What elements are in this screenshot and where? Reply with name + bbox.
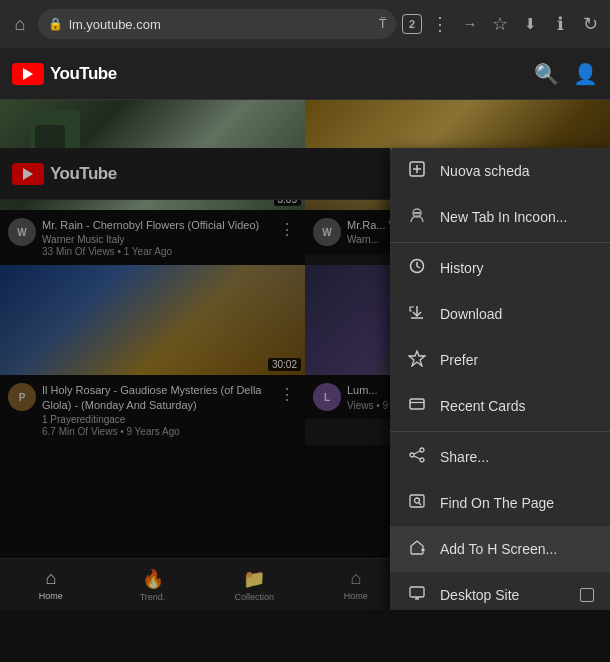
forward-icon[interactable]: → (458, 16, 482, 32)
account-icon[interactable]: 👤 (573, 62, 598, 86)
svg-rect-21 (410, 587, 424, 597)
content-area: 3:05 W Mr. Rain - Chernobyl Flowers (Off… (0, 100, 610, 610)
incognito-label: New Tab In Incoon... (440, 209, 594, 225)
desktop-icon (406, 584, 428, 606)
menu-divider-1 (390, 242, 610, 243)
menu-item-desktop[interactable]: Desktop Site (390, 572, 610, 610)
svg-line-17 (419, 503, 421, 505)
tab-count[interactable]: 2 (402, 14, 422, 34)
menu-item-recent-cards[interactable]: Recent Cards (390, 383, 610, 429)
yt-logo-icon (12, 63, 44, 85)
svg-rect-8 (410, 399, 424, 409)
find-label: Find On The Page (440, 495, 594, 511)
svg-point-12 (420, 458, 424, 462)
browser-chrome: ⌂ 🔒 lm.youtube.com T̈ 2 ⋮ → ☆ ⬇ ℹ ↻ (0, 0, 610, 48)
dropdown-menu: Nuova scheda New Tab In Incoon... (390, 148, 610, 610)
lock-icon: 🔒 (48, 17, 63, 31)
incognito-icon (406, 206, 428, 228)
url-text: lm.youtube.com (69, 17, 373, 32)
desktop-checkbox[interactable] (580, 588, 594, 602)
download-chrome-icon[interactable]: ⬇ (518, 15, 542, 33)
svg-line-14 (414, 456, 420, 459)
menu-item-find[interactable]: Find On The Page (390, 480, 610, 526)
home-icon[interactable]: ⌂ (8, 14, 32, 35)
download-label: Download (440, 306, 594, 322)
svg-rect-15 (410, 495, 424, 507)
bookmark-icon[interactable]: ☆ (488, 13, 512, 35)
youtube-header: YouTube 🔍 👤 (0, 48, 610, 100)
menu-item-add-home[interactable]: Add To H Screen... (390, 526, 610, 572)
svg-point-11 (410, 453, 414, 457)
desktop-label: Desktop Site (440, 587, 568, 603)
find-icon (406, 492, 428, 514)
history-label: History (440, 260, 594, 276)
address-bar[interactable]: 🔒 lm.youtube.com T̈ (38, 9, 396, 39)
prefer-icon (406, 349, 428, 371)
menu-dots-icon[interactable]: ⋮ (428, 13, 452, 35)
menu-item-incognito[interactable]: New Tab In Incoon... (390, 194, 610, 240)
menu-item-nuova-scheda[interactable]: Nuova scheda (390, 148, 610, 194)
svg-marker-7 (409, 351, 425, 366)
prefer-label: Prefer (440, 352, 594, 368)
share-label: Share... (440, 449, 594, 465)
menu-item-share[interactable]: Share... (390, 434, 610, 480)
menu-divider-2 (390, 431, 610, 432)
refresh-icon[interactable]: ↻ (578, 13, 602, 35)
recent-cards-icon (406, 395, 428, 417)
svg-point-16 (415, 498, 420, 503)
yt-logo-text: YouTube (50, 64, 117, 84)
download-icon (406, 303, 428, 325)
menu-item-download[interactable]: Download (390, 291, 610, 337)
history-icon (406, 257, 428, 279)
recent-cards-label: Recent Cards (440, 398, 594, 414)
menu-item-prefer[interactable]: Prefer (390, 337, 610, 383)
svg-point-10 (420, 448, 424, 452)
ti-text: T̈ (379, 17, 386, 31)
menu-item-history[interactable]: History (390, 245, 610, 291)
svg-line-13 (414, 451, 420, 454)
add-home-label: Add To H Screen... (440, 541, 594, 557)
nuova-scheda-icon (406, 160, 428, 182)
yt-logo-area[interactable]: YouTube (12, 63, 526, 85)
info-icon[interactable]: ℹ (548, 13, 572, 35)
nuova-scheda-label: Nuova scheda (440, 163, 594, 179)
add-home-icon (406, 538, 428, 560)
yt-header-right: 🔍 👤 (534, 62, 598, 86)
share-icon (406, 446, 428, 468)
search-icon[interactable]: 🔍 (534, 62, 559, 86)
